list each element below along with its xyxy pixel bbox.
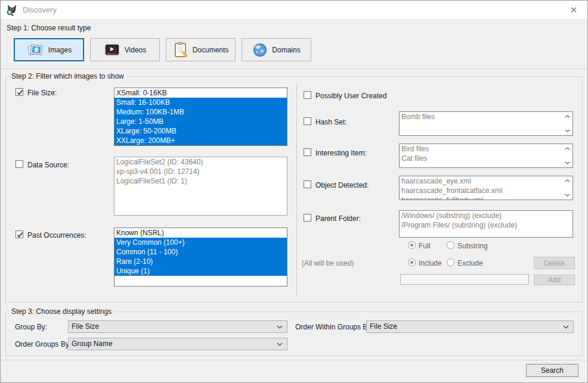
- list-item[interactable]: XSmall: 0-16KB: [114, 88, 287, 98]
- step3-title: Step 3: Choose display settings: [9, 307, 114, 316]
- possibly-user-created-checkbox[interactable]: [304, 91, 311, 99]
- list-item[interactable]: /Program Files/ (substring) (exclude): [400, 220, 572, 230]
- add-button[interactable]: Add: [534, 275, 575, 285]
- result-type-images-label: Images: [48, 46, 72, 54]
- scroll-up-icon[interactable]: [563, 113, 572, 120]
- substring-radio-label: Substring: [457, 242, 488, 250]
- object-detected-list: haarcascade_eye.xml haarcascade_frontalc…: [399, 176, 573, 200]
- hash-set-checkbox[interactable]: [304, 117, 311, 125]
- result-type-documents-label: Documents: [193, 46, 229, 54]
- delete-button[interactable]: Delete: [534, 257, 575, 269]
- footer-separator: [1, 360, 587, 360]
- order-within-groups-select[interactable]: File Size: [366, 320, 574, 333]
- list-item[interactable]: Small: 16-100KB: [114, 98, 287, 107]
- scroll-up-icon[interactable]: [563, 145, 572, 152]
- chevron-down-icon: [277, 342, 283, 346]
- list-item[interactable]: Bird files: [400, 144, 572, 154]
- object-detected-checkbox[interactable]: [304, 180, 311, 188]
- documents-icon: [173, 42, 188, 58]
- list-item[interactable]: LogicalFileSet2 (ID: 43640): [114, 157, 287, 167]
- all-will-be-used-note: (All will be used): [302, 259, 354, 267]
- group-by-label: Group By:: [15, 323, 47, 331]
- list-item[interactable]: Common (11 - 100): [114, 247, 287, 257]
- list-item[interactable]: Known (NSRL): [114, 228, 287, 238]
- chevron-down-icon: [277, 325, 283, 329]
- list-item[interactable]: /Windows/ (substring) (exclude): [400, 211, 572, 220]
- exclude-radio-label: Exclude: [457, 259, 483, 267]
- discovery-dialog: Discovery ✕ Step 1: Choose result type I…: [0, 0, 588, 383]
- list-item[interactable]: haarcascade_fullbody.xml: [400, 195, 572, 200]
- data-source-list: LogicalFileSet2 (ID: 43640) xp-sp3-v4.00…: [114, 157, 287, 216]
- chevron-down-icon: [563, 325, 569, 329]
- parent-folder-input[interactable]: [400, 274, 529, 285]
- result-type-documents-button[interactable]: Documents: [166, 38, 236, 61]
- object-detected-label: Object Detected:: [315, 181, 369, 189]
- list-item[interactable]: xp-sp3-v4.001 (ID: 12714): [114, 167, 287, 176]
- list-item[interactable]: Unique (1): [114, 266, 287, 276]
- data-source-label: Data Source:: [27, 161, 69, 169]
- scroll-down-icon[interactable]: [563, 127, 572, 135]
- scroll-down-icon[interactable]: [563, 191, 572, 199]
- result-type-images-button[interactable]: Images: [14, 38, 84, 61]
- result-type-videos-label: Videos: [125, 46, 146, 54]
- interesting-item-list: Bird files Cat files: [399, 144, 573, 168]
- substring-radio[interactable]: [447, 241, 454, 249]
- result-type-domains-label: Domains: [272, 46, 300, 54]
- file-size-list: XSmall: 0-16KB Small: 16-100KB Medium: 1…: [114, 88, 287, 146]
- step2-title: Step 2: Filter which images to show: [9, 72, 126, 80]
- list-item[interactable]: XLarge: 50-200MB: [114, 126, 287, 136]
- include-radio-label: Include: [419, 259, 442, 267]
- interesting-item-checkbox[interactable]: [304, 148, 311, 156]
- autopsy-logo-icon: [6, 4, 18, 16]
- list-item[interactable]: Medium: 100KB-1MB: [114, 107, 287, 117]
- check-icon: [16, 89, 24, 96]
- include-radio[interactable]: [408, 259, 416, 266]
- order-groups-by-select[interactable]: Group Name: [68, 338, 287, 350]
- exclude-radio[interactable]: [447, 259, 454, 266]
- parent-folder-checkbox[interactable]: [304, 214, 311, 222]
- domains-icon: [252, 42, 268, 58]
- list-item[interactable]: Rare (2-10): [114, 257, 287, 266]
- hash-set-label: Hash Set:: [315, 118, 347, 126]
- order-groups-by-value: Group Name: [72, 340, 113, 348]
- close-icon[interactable]: ✕: [560, 1, 587, 20]
- list-item[interactable]: LogicalFileSet1 (ID: 1): [114, 176, 287, 186]
- interesting-item-label: Interesting Item:: [315, 149, 367, 157]
- full-radio[interactable]: [408, 241, 416, 249]
- data-source-checkbox[interactable]: [16, 160, 23, 168]
- step1-title: Step 1: Choose result type: [7, 24, 91, 32]
- title-bar: Discovery ✕: [1, 1, 587, 20]
- hash-set-list: Bomb files: [399, 111, 573, 136]
- full-radio-label: Full: [419, 242, 430, 250]
- check-icon: [16, 231, 24, 239]
- past-occurrences-list: Known (NSRL) Very Common (100+) Common (…: [114, 228, 287, 287]
- list-item[interactable]: Very Common (100+): [114, 238, 287, 247]
- list-item[interactable]: Bomb files: [400, 112, 572, 122]
- list-item[interactable]: Cat files: [400, 154, 572, 163]
- past-occurrences-checkbox[interactable]: [16, 231, 23, 238]
- list-item[interactable]: Large: 1-50MB: [114, 117, 287, 126]
- group-by-value: File Size: [72, 322, 99, 331]
- group-by-select[interactable]: File Size: [68, 320, 287, 333]
- order-groups-by-label: Order Groups By:: [15, 340, 71, 348]
- list-item[interactable]: XXLarge: 200MB+: [114, 136, 287, 145]
- result-type-domains-button[interactable]: Domains: [242, 38, 311, 61]
- list-item[interactable]: haarcascade_eye.xml: [400, 176, 572, 186]
- file-size-checkbox[interactable]: [16, 88, 23, 96]
- result-type-videos-button[interactable]: Videos: [90, 38, 160, 61]
- parent-folder-list: /Windows/ (substring) (exclude) /Program…: [399, 210, 573, 238]
- search-button[interactable]: Search: [526, 364, 578, 377]
- scroll-down-icon[interactable]: [563, 159, 572, 167]
- possibly-user-created-label: Possibly User Created: [315, 92, 386, 100]
- parent-folder-label: Parent Folder:: [315, 214, 361, 223]
- window-title: Discovery: [23, 5, 57, 14]
- order-within-groups-value: File Size: [370, 322, 397, 331]
- list-item[interactable]: haarcascade_frontalcatface.xml: [400, 186, 572, 195]
- file-size-label: File Size:: [27, 89, 57, 97]
- past-occurrences-label: Past Occurrences:: [27, 231, 86, 239]
- step1-separator: [1, 68, 587, 69]
- images-icon: [26, 42, 44, 58]
- videos-icon: [104, 43, 120, 57]
- scroll-up-icon[interactable]: [563, 177, 572, 185]
- order-within-groups-label: Order Within Groups By:: [295, 323, 373, 331]
